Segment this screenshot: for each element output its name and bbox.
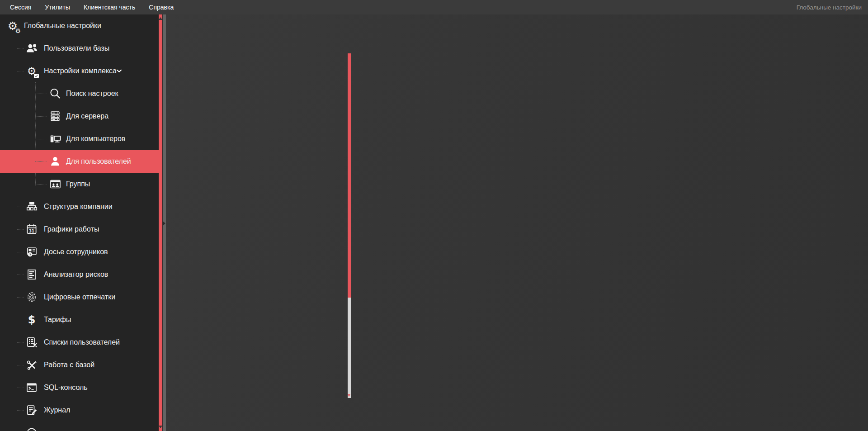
tree-connector-stub	[17, 229, 24, 230]
sidebar-item-label: Работа с базой	[44, 361, 94, 369]
menu-item[interactable]: Клиентская часть	[77, 4, 142, 11]
calendar-icon: 31	[24, 222, 39, 237]
tree-scrollbar[interactable]	[348, 53, 351, 398]
menu-item[interactable]: Утилиты	[38, 4, 77, 11]
sidebar-item-пользователи-базы[interactable]: Пользователи базы	[0, 37, 159, 60]
sidebar-item-label: Структура компании	[44, 203, 113, 211]
menubar-context-label: Глобальные настройки	[797, 4, 868, 11]
sidebar-item-label: Анализатор рисков	[44, 270, 108, 279]
sidebar-item-цифровые-отпечатки[interactable]: Цифровые отпечатки	[0, 286, 159, 308]
sidebar-item-label: Настройки комплекса	[44, 67, 117, 75]
sidebar-item-графики-работы[interactable]: 31Графики работы	[0, 218, 159, 241]
menu-item[interactable]: Сессия	[0, 4, 38, 11]
gear-check-icon: ⚙	[24, 64, 39, 78]
sidebar-item-label: Досье сотрудников	[44, 248, 108, 256]
tree-connector-stub	[35, 184, 47, 185]
server-icon	[48, 109, 62, 123]
sidebar-item-label: Списки пользователей	[44, 338, 120, 346]
tree-connector-stub	[35, 94, 47, 94]
tree-connector-stub	[17, 388, 24, 388]
user-icon	[48, 154, 62, 169]
tree-connector-stub	[17, 252, 24, 252]
main-panel	[166, 14, 868, 431]
users-icon	[24, 41, 39, 56]
sidebar-item-label: Поиск настроек	[66, 90, 118, 98]
sidebar-item-досье-сотрудников[interactable]: Досье сотрудников	[0, 241, 159, 263]
sidebar-item-журнал[interactable]: Журнал	[0, 399, 159, 422]
tree-connector-stub	[35, 116, 47, 117]
user-list-icon	[24, 335, 39, 350]
svg-text:31: 31	[29, 229, 34, 233]
sidebar-item-partial[interactable]	[0, 422, 159, 431]
sidebar-item-работа-с-базой[interactable]: Работа с базой	[0, 354, 159, 376]
journal-icon	[24, 403, 39, 417]
gears-icon: ⚙⚙	[5, 19, 20, 33]
tree-scrollbar-thumb[interactable]	[348, 53, 351, 298]
sidebar-item-label: Для сервера	[66, 112, 108, 120]
sidebar-scrollbar[interactable]	[159, 14, 162, 431]
sidebar: ⚙⚙Глобальные настройкиПользователи базы⚙…	[0, 14, 159, 431]
chevron-down-icon[interactable]	[117, 70, 122, 73]
tree-connector-stub	[17, 48, 24, 49]
sidebar-item-для-компьютеров[interactable]: Для компьютеров	[0, 128, 159, 150]
sidebar-item-label: Пользователи базы	[44, 44, 109, 52]
sidebar-item-для-пользователей[interactable]: Для пользователей	[0, 150, 159, 173]
tree-connector-stub	[17, 207, 24, 207]
sidebar-item-поиск-настроек[interactable]: Поиск настроек	[0, 82, 159, 105]
sidebar-item-списки-пользователей[interactable]: Списки пользователей	[0, 331, 159, 354]
sidebar-item-тарифы[interactable]: $Тарифы	[0, 308, 159, 331]
tools-icon	[24, 358, 39, 372]
tree-connector-stub	[17, 71, 24, 71]
menu-bar: СессияУтилитыКлиентская частьСправка Гло…	[0, 0, 868, 14]
sidebar-item-label: Цифровые отпечатки	[44, 293, 115, 301]
splitter-collapse-icon[interactable]	[163, 221, 165, 226]
sidebar-item-label: Для пользователей	[66, 157, 131, 166]
org-chart-icon	[24, 199, 39, 214]
sidebar-items: ⚙⚙Глобальные настройкиПользователи базы⚙…	[0, 14, 159, 431]
computer-icon	[48, 132, 62, 146]
menu-items: СессияУтилитыКлиентская частьСправка	[0, 4, 180, 11]
sidebar-item-label: SQL-консоль	[44, 384, 88, 392]
sidebar-item-label: Журнал	[44, 406, 70, 414]
search-icon	[48, 86, 62, 101]
tree-connector-stub	[17, 275, 24, 275]
circle-icon	[24, 426, 39, 431]
tree-connector-stub	[35, 139, 47, 139]
sidebar-item-label: Глобальные настройки	[24, 22, 101, 30]
fingerprint-icon	[24, 290, 39, 304]
tree-scroll-down-icon[interactable]	[348, 394, 350, 397]
scroll-up-arrow-icon[interactable]	[159, 17, 162, 20]
sidebar-item-настройки-комплекса[interactable]: ⚙Настройки комплекса	[0, 60, 159, 82]
dollar-icon: $	[24, 313, 39, 327]
app-window: { "menubar": { "items": ["Сессия", "Утил…	[0, 0, 868, 431]
tree-connector-stub	[35, 161, 47, 162]
tree-connector-stub	[17, 410, 24, 411]
sidebar-item-группы[interactable]: Группы	[0, 173, 159, 195]
groups-icon	[48, 177, 62, 191]
sidebar-item-label: Группы	[66, 180, 90, 188]
scroll-down-arrow-icon[interactable]	[159, 426, 162, 428]
sidebar-item-label: Для компьютеров	[66, 135, 125, 143]
terminal-icon	[24, 380, 39, 395]
sidebar-item-label: Графики работы	[44, 225, 99, 233]
tree-connector-stub	[17, 320, 24, 320]
sidebar-item-анализатор-рисков[interactable]: Анализатор рисков	[0, 263, 159, 286]
risk-list-icon	[24, 267, 39, 282]
sidebar-item-для-сервера[interactable]: Для сервера	[0, 105, 159, 128]
sidebar-item-label: Тарифы	[44, 316, 71, 324]
menu-item[interactable]: Справка	[142, 4, 180, 11]
sidebar-item-sql-консоль[interactable]: SQL-консоль	[0, 376, 159, 399]
tree-connector-stub	[17, 297, 24, 298]
tree-connector-stub	[17, 365, 24, 365]
sidebar-item-структура-компании[interactable]: Структура компании	[0, 195, 159, 218]
dossier-icon	[24, 245, 39, 259]
sidebar-item-глобальные-настройки[interactable]: ⚙⚙Глобальные настройки	[0, 14, 159, 37]
tree-connector-stub	[17, 342, 24, 343]
